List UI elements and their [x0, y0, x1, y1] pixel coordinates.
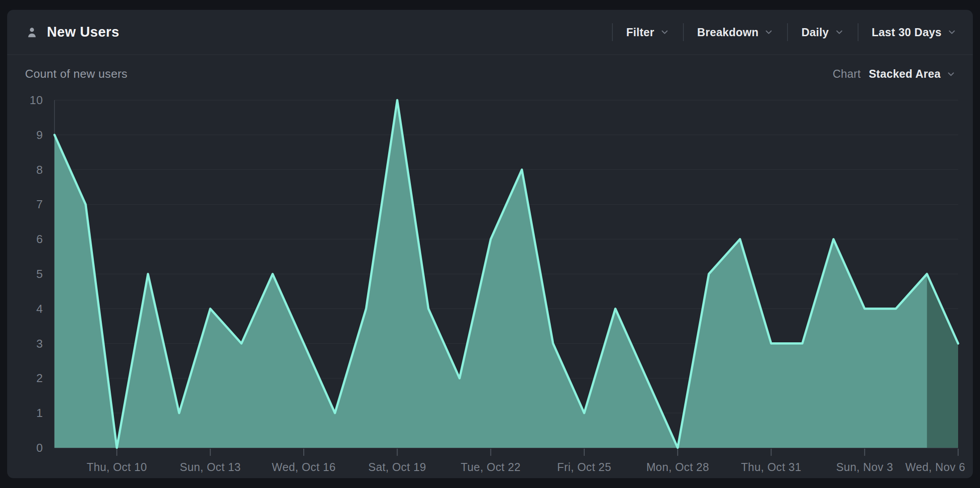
x-axis-label: Fri, Oct 25 [557, 461, 611, 473]
y-axis-label: 3 [36, 337, 43, 350]
chart-type-dropdown[interactable]: Stacked Area [869, 67, 956, 80]
x-axis-label: Mon, Oct 28 [646, 461, 709, 473]
y-axis-label: 9 [36, 128, 43, 142]
chevron-down-icon [764, 27, 774, 37]
date-range-dropdown[interactable]: Last 30 Days [859, 26, 957, 39]
x-axis-label: Sun, Oct 13 [180, 461, 241, 473]
x-axis-label: Wed, Oct 16 [272, 461, 336, 473]
y-axis-label: 0 [36, 441, 43, 454]
area-chart-svg[interactable]: 012345678910Thu, Oct 10Sun, Oct 13Wed, O… [7, 93, 973, 478]
header-controls: Filter Breakdown Daily Last 30 Days [612, 23, 957, 41]
widget-title-group: New Users [26, 24, 119, 40]
granularity-dropdown[interactable]: Daily [788, 26, 857, 39]
chart-area[interactable]: 012345678910Thu, Oct 10Sun, Oct 13Wed, O… [7, 93, 973, 478]
x-axis-label: Tue, Oct 22 [461, 461, 521, 473]
widget-title: New Users [47, 24, 119, 40]
chart-subheader: Count of new users Chart Stacked Area [7, 55, 973, 93]
widget-header: New Users Filter Breakdown Daily Last 30… [7, 10, 973, 55]
y-axis-label: 7 [36, 198, 43, 211]
x-axis-label: Sat, Oct 19 [369, 461, 426, 473]
user-icon [26, 26, 38, 38]
y-axis-label: 8 [36, 163, 43, 177]
metric-label: Count of new users [25, 67, 127, 81]
chevron-down-icon [946, 69, 956, 79]
granularity-dropdown-label: Daily [801, 26, 829, 39]
breakdown-dropdown[interactable]: Breakdown [684, 26, 787, 39]
x-axis-label: Sun, Nov 3 [836, 461, 893, 473]
y-axis-label: 5 [36, 267, 43, 281]
x-axis-label: Wed, Nov 6 [905, 461, 965, 473]
y-axis-label: 2 [36, 371, 43, 385]
y-axis-label: 1 [36, 406, 43, 420]
chevron-down-icon [660, 27, 670, 37]
x-axis-label: Thu, Oct 10 [87, 461, 147, 473]
date-range-dropdown-label: Last 30 Days [872, 26, 942, 39]
y-axis-label: 6 [36, 232, 43, 246]
chart-type-value: Stacked Area [869, 67, 941, 80]
filter-dropdown[interactable]: Filter [613, 26, 683, 39]
x-axis-label: Thu, Oct 31 [741, 461, 801, 473]
filter-dropdown-label: Filter [626, 26, 654, 39]
area-fill-partial [927, 274, 958, 448]
y-axis-label: 10 [29, 93, 43, 107]
y-axis-label: 4 [36, 302, 43, 316]
breakdown-dropdown-label: Breakdown [697, 26, 758, 39]
chart-type-caption: Chart [833, 67, 861, 80]
chevron-down-icon [947, 27, 957, 37]
chevron-down-icon [834, 27, 844, 37]
new-users-widget: New Users Filter Breakdown Daily Last 30… [7, 10, 973, 478]
chart-type-group: Chart Stacked Area [833, 67, 956, 80]
